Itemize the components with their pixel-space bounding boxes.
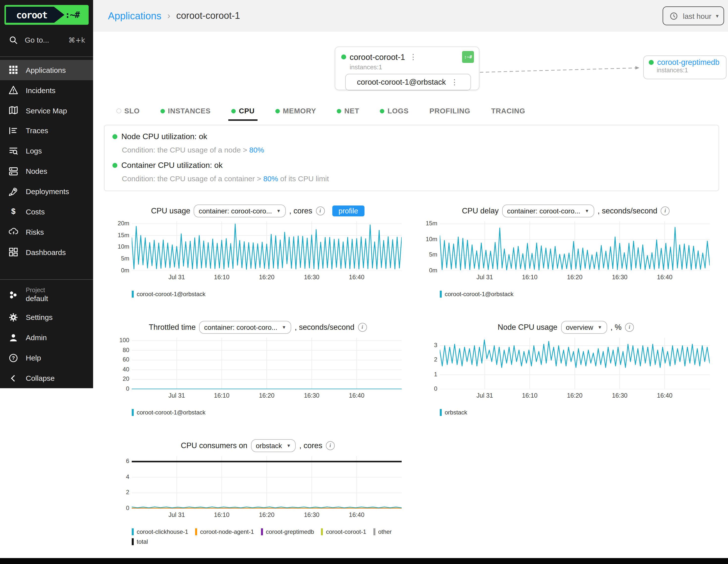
- tab-memory[interactable]: MEMORY: [274, 104, 317, 121]
- legend-label: coroot-coroot-1@orbstack: [445, 291, 514, 298]
- map-icon: [8, 105, 19, 116]
- upstream-app-link[interactable]: coroot-greptimedb: [657, 58, 720, 67]
- sidebar-collapse-button[interactable]: Collapse: [0, 368, 93, 388]
- sidebar-item-nodes[interactable]: Nodes: [0, 161, 93, 181]
- legend-item[interactable]: coroot-coroot-1@orbstack: [132, 291, 206, 298]
- info-icon[interactable]: i: [326, 441, 335, 450]
- container-selector-dropdown[interactable]: container: coroot-coro...▼: [194, 204, 286, 217]
- report-tabs: SLO INSTANCES CPU MEMORY NET LOGS PROFIL…: [115, 104, 728, 121]
- legend-item[interactable]: coroot-node-agent-1: [195, 528, 254, 535]
- y-tick-label: 6: [126, 458, 129, 464]
- kebab-menu-icon[interactable]: ⋮: [450, 80, 459, 85]
- sidebar-divider-bottom: [0, 279, 93, 280]
- legend-item[interactable]: coroot-coroot-1@orbstack: [132, 409, 206, 416]
- view-selector-dropdown[interactable]: overview▼: [561, 321, 607, 333]
- time-range-picker[interactable]: last hour ▾: [663, 6, 724, 25]
- y-axis: 3210: [422, 338, 440, 389]
- dollar-icon: $: [8, 206, 19, 217]
- condition-text: of its CPU limit: [278, 174, 329, 183]
- tab-net[interactable]: NET: [336, 104, 360, 121]
- chart-canvas[interactable]: [440, 338, 710, 389]
- legend-label: orbstack: [445, 409, 467, 416]
- info-icon[interactable]: i: [625, 323, 634, 332]
- legend-item[interactable]: other: [373, 528, 392, 535]
- breadcrumb-applications-link[interactable]: Applications: [108, 10, 161, 22]
- chart-canvas[interactable]: [132, 221, 402, 271]
- sidebar-item-costs[interactable]: $ Costs: [0, 202, 93, 222]
- x-tick-label: 16:40: [349, 392, 364, 399]
- chart-canvas[interactable]: [132, 456, 402, 509]
- sidebar-item-incidents[interactable]: Incidents: [0, 80, 93, 100]
- sidebar-item-admin[interactable]: Admin: [0, 328, 93, 348]
- profile-button[interactable]: profile: [332, 205, 364, 216]
- sidebar-item-dashboards[interactable]: Dashboards: [0, 242, 93, 262]
- charts-grid: CPU usage container: coroot-coro...▼ , c…: [93, 191, 728, 545]
- y-tick-label: 15m: [118, 231, 129, 238]
- sidebar-item-label: Risks: [26, 228, 44, 236]
- tab-profiling[interactable]: PROFILING: [428, 104, 471, 121]
- y-tick-label: 4: [126, 473, 129, 480]
- info-icon[interactable]: i: [661, 206, 670, 215]
- legend-item[interactable]: coroot-clickhouse-1: [132, 528, 188, 535]
- legend-item[interactable]: total: [132, 538, 148, 545]
- app-card-coroot-coroot-1[interactable]: coroot-coroot-1 ⋮ :~# instances:1 coroot…: [335, 47, 479, 90]
- tab-logs[interactable]: LOGS: [379, 104, 410, 121]
- x-tick-label: 16:40: [657, 274, 673, 281]
- sidebar-item-deployments[interactable]: Deployments: [0, 181, 93, 202]
- logo-suffix: :~#: [65, 10, 79, 20]
- sidebar-item-risks[interactable]: Risks: [0, 222, 93, 242]
- info-icon[interactable]: i: [316, 206, 325, 215]
- node-selector-dropdown[interactable]: orbstack▼: [251, 439, 296, 452]
- x-tick-label: Jul 31: [168, 274, 185, 281]
- instance-box[interactable]: coroot-coroot-1@orbstack ⋮: [345, 74, 471, 91]
- sidebar-item-traces[interactable]: Traces: [0, 121, 93, 141]
- chart-title: Node CPU usage: [498, 323, 557, 332]
- tab-status-dot: [160, 109, 165, 113]
- sidebar-item-help[interactable]: ? Help: [0, 348, 93, 368]
- tab-cpu[interactable]: CPU: [231, 104, 256, 121]
- chart-legend: coroot-coroot-1@orbstack: [132, 291, 402, 298]
- chart-header: CPU delay container: coroot-coro...▼ , s…: [422, 204, 710, 217]
- tab-tracing[interactable]: TRACING: [490, 104, 526, 121]
- y-tick-label: 80: [123, 346, 129, 353]
- sidebar-item-service-map[interactable]: Service Map: [0, 100, 93, 121]
- chart-canvas[interactable]: [440, 221, 710, 271]
- dropdown-value: container: coroot-coro...: [507, 207, 580, 215]
- coroot-logo[interactable]: coroot :~#: [4, 5, 89, 25]
- tab-slo[interactable]: SLO: [115, 104, 141, 121]
- x-tick-label: 16:20: [567, 392, 583, 399]
- legend-item[interactable]: coroot-greptimedb: [261, 528, 314, 535]
- x-tick-label: Jul 31: [476, 274, 493, 281]
- chart-canvas[interactable]: [132, 338, 402, 389]
- legend-item[interactable]: orbstack: [440, 409, 467, 416]
- kebab-menu-icon[interactable]: ⋮: [409, 54, 418, 59]
- tab-instances[interactable]: INSTANCES: [159, 104, 212, 121]
- check-title-text: Node CPU utilization: ok: [121, 132, 207, 141]
- x-axis: Jul 3116:1016:2016:3016:40: [132, 274, 402, 285]
- sidebar-item-logs[interactable]: Logs: [0, 141, 93, 161]
- footer-bar: [0, 558, 728, 564]
- y-axis: 15m10m5m0m: [422, 221, 440, 271]
- x-axis: Jul 3116:1016:2016:3016:40: [440, 274, 710, 285]
- main-content: Applications › coroot-coroot-1 last hour…: [93, 0, 728, 545]
- container-selector-dropdown[interactable]: container: coroot-coro...▼: [502, 204, 594, 217]
- goto-search[interactable]: Go to... ⌘+k: [0, 29, 93, 51]
- threshold-link[interactable]: 80%: [249, 146, 264, 154]
- threshold-link[interactable]: 80%: [263, 174, 278, 183]
- instances-count-label: instances:1: [657, 67, 721, 74]
- y-tick-label: 10m: [426, 235, 437, 242]
- chart-header: CPU consumers on orbstack▼ , cores i: [114, 439, 402, 452]
- help-circle-icon: ?: [8, 353, 19, 363]
- coroot-badge: :~#: [462, 51, 474, 63]
- app-card-coroot-greptimedb[interactable]: coroot-greptimedb instances:1: [643, 55, 727, 79]
- y-tick-label: 5m: [429, 251, 437, 258]
- legend-item[interactable]: coroot-coroot-1: [321, 528, 366, 535]
- sidebar-item-settings[interactable]: Settings: [0, 307, 93, 328]
- legend-item[interactable]: coroot-coroot-1@orbstack: [440, 291, 514, 298]
- server-stack-icon: [8, 166, 19, 177]
- info-icon[interactable]: i: [358, 323, 367, 332]
- sidebar-item-applications[interactable]: Applications: [0, 60, 93, 80]
- service-map-section: coroot-coroot-1 ⋮ :~# instances:1 coroot…: [93, 32, 728, 99]
- sidebar-project-selector[interactable]: Project default: [0, 282, 93, 307]
- container-selector-dropdown[interactable]: container: coroot-coro...▼: [199, 321, 291, 333]
